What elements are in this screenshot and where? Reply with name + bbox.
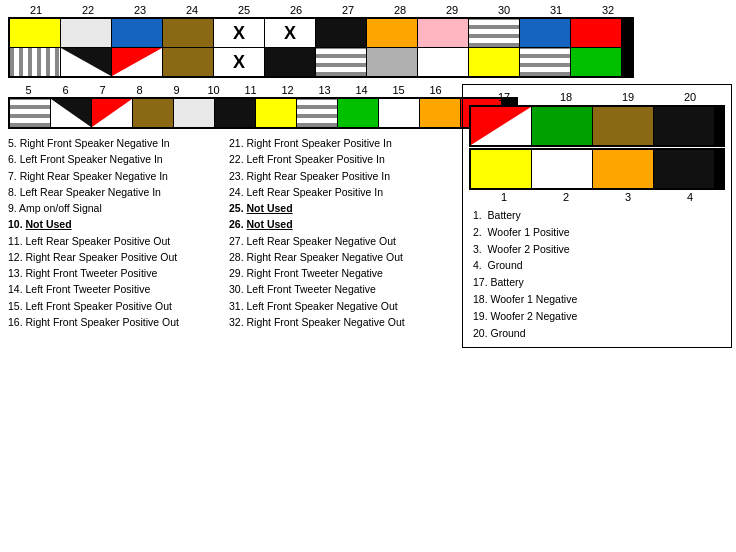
right-label-3: 3 [597,191,659,203]
right-panel: 17 18 19 20 1 [462,84,732,348]
cell-28-r2 [367,48,417,76]
mid-pin-7: 7 [84,84,121,96]
label-col1: 5. Right Front Speaker Negative In 6. Le… [8,135,223,330]
pin-label-23: 23 [114,4,166,16]
cell-30-r2 [469,48,519,76]
label-13: 13. Right Front Tweeter Positive [8,265,223,281]
mid-cell-8 [133,99,173,127]
cell-31-r1 [520,19,570,47]
label-9: 9. Amp on/off Signal [8,200,223,216]
label-29: 29. Right Front Tweeter Negative [229,265,444,281]
mid-cell-5 [10,99,50,127]
label-28: 28. Right Rear Speaker Negative Out [229,249,444,265]
mid-pin-labels: 5 6 7 8 9 10 11 12 13 14 15 16 [4,84,454,96]
cell-29-r2 [418,48,468,76]
cell-28-r1 [367,19,417,47]
mid-pin-10: 10 [195,84,232,96]
label-24: 24. Left Rear Speaker Positive In [229,184,444,200]
right-top-row [469,105,725,147]
label-22: 22. Left Front Speaker Positive In [229,151,444,167]
mid-pin-6: 6 [47,84,84,96]
cell-26-r2 [265,48,315,76]
mid-cell-9 [174,99,214,127]
label-27: 27. Left Rear Speaker Negative Out [229,233,444,249]
cell-22-r1 [61,19,111,47]
labels-section: 5. Right Front Speaker Negative In 6. Le… [4,135,454,330]
mid-pin-14: 14 [343,84,380,96]
cell-25-r1: X [214,19,264,47]
right-cell-2 [532,150,592,188]
pin-label-31: 31 [530,4,582,16]
right-list-item-20: 20. Ground [473,325,725,342]
main-container: 21 22 23 24 25 26 27 28 29 30 31 32 X X [0,0,736,552]
label-11: 11. Left Rear Speaker Positive Out [8,233,223,249]
cell-31-r2 [520,48,570,76]
right-label-20: 20 [659,91,721,103]
right-cell-3 [593,150,653,188]
mid-pin-15: 15 [380,84,417,96]
label-12: 12. Right Rear Speaker Positive Out [8,249,223,265]
pin-label-30: 30 [478,4,530,16]
right-label-17: 17 [473,91,535,103]
cell-32-r2 [571,48,621,76]
cell-30-r1 [469,19,519,47]
cell-29-r1 [418,19,468,47]
right-label-19: 19 [597,91,659,103]
right-label-2: 2 [535,191,597,203]
right-cell-4 [654,150,714,188]
right-list-item-19: 19. Woofer 2 Negative [473,308,725,325]
cell-27-r1 [316,19,366,47]
label-32: 32. Right Front Speaker Negative Out [229,314,444,330]
right-list-item-18: 18. Woofer 1 Negative [473,291,725,308]
pin-label-29: 29 [426,4,478,16]
right-list-item-17: 17. Battery [473,274,725,291]
right-list-item-3: 3. Woofer 2 Positive [473,241,725,258]
top-connector-row1: X X [10,19,632,47]
right-cell-20 [654,107,714,145]
label-5: 5. Right Front Speaker Negative In [8,135,223,151]
label-31: 31. Left Front Speaker Negative Out [229,298,444,314]
label-7: 7. Right Rear Speaker Negative In [8,168,223,184]
right-top-labels: 17 18 19 20 [469,91,725,103]
mid-pin-13: 13 [306,84,343,96]
mid-cell-6 [51,99,91,127]
label-25: 25. Not Used [229,200,444,216]
pin-label-25: 25 [218,4,270,16]
cell-24-r1 [163,19,213,47]
cell-27-r2 [316,48,366,76]
mid-cell-13 [338,99,378,127]
label-6: 6. Left Front Speaker Negative In [8,151,223,167]
cell-32-r1 [571,19,621,47]
right-list-item-2: 2. Woofer 1 Positive [473,224,725,241]
cell-22-r2 [61,48,111,76]
label-col2: 21. Right Front Speaker Positive In 22. … [229,135,444,330]
label-10: 10. Not Used [8,216,223,232]
label-14: 14. Left Front Tweeter Positive [8,281,223,297]
top-connector-row2: X [10,48,632,76]
mid-pin-9: 9 [158,84,195,96]
right-label-1: 1 [473,191,535,203]
mid-connector-body [8,97,518,129]
right-label-4: 4 [659,191,721,203]
mid-pin-12: 12 [269,84,306,96]
pin-label-26: 26 [270,4,322,16]
right-cell-1 [471,150,531,188]
right-cell-17 [471,107,531,145]
mid-pin-5: 5 [10,84,47,96]
pin-label-27: 27 [322,4,374,16]
mid-cell-7 [92,99,132,127]
cell-23-r1 [112,19,162,47]
cell-26-r1: X [265,19,315,47]
cell-21-r2 [10,48,60,76]
left-panel: 5 6 7 8 9 10 11 12 13 14 15 16 [4,84,454,348]
label-16: 16. Right Front Speaker Positive Out [8,314,223,330]
mid-cell-11 [256,99,296,127]
mid-cell-15 [420,99,460,127]
right-cell-19 [593,107,653,145]
pin-label-22: 22 [62,4,114,16]
cell-25-r2: X [214,48,264,76]
right-list-item-4: 4. Ground [473,257,725,274]
mid-pin-11: 11 [232,84,269,96]
pin-label-28: 28 [374,4,426,16]
right-list-item-1: 1. Battery [473,207,725,224]
